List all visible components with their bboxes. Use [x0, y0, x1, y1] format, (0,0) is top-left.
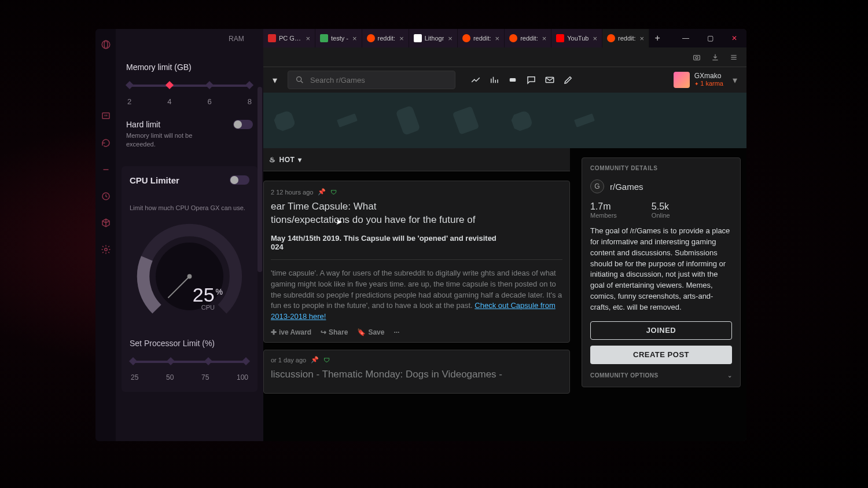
karma: 1 karma: [694, 80, 723, 87]
download-icon[interactable]: [711, 53, 720, 62]
shield-icon: 🛡: [330, 189, 337, 196]
shield-icon: 🛡: [323, 357, 330, 364]
tab-3[interactable]: Lithogr×: [409, 29, 458, 47]
cpu-gauge: 25% CPU: [133, 220, 246, 333]
user-menu[interactable]: GXmako 1 karma ▾: [674, 72, 741, 88]
post-meta: 2 12 hours ago 📌 🛡: [271, 188, 562, 196]
cpu-gauge-label: CPU: [201, 304, 215, 311]
svg-point-4: [104, 248, 107, 251]
browser-toolbar: [263, 47, 746, 67]
subreddit-dropdown[interactable]: ▾: [269, 75, 281, 86]
coins-icon[interactable]: [507, 75, 518, 85]
tab-bar: PC Gam× testy - × reddit:× Lithogr× redd…: [263, 29, 746, 47]
new-tab-button[interactable]: +: [649, 29, 665, 47]
twitch-icon[interactable]: [101, 111, 111, 122]
hard-limit-toggle[interactable]: [233, 120, 253, 129]
cpu-limiter-toggle[interactable]: [230, 175, 249, 185]
share-button[interactable]: ↪ Share: [321, 328, 348, 336]
panel-scrollbar[interactable]: [258, 87, 262, 272]
tab-close-icon[interactable]: ×: [639, 34, 646, 43]
tab-close-icon[interactable]: ×: [541, 34, 548, 43]
post-title[interactable]: liscussion - Thematic Monday: Dogs in Vi…: [271, 368, 562, 381]
cube-icon[interactable]: [101, 218, 111, 228]
svg-point-11: [696, 56, 698, 58]
cpu-limiter-title: CPU Limiter: [130, 175, 179, 185]
search-box[interactable]: [288, 71, 455, 89]
tab-6[interactable]: YouTub×: [551, 29, 602, 47]
tab-close-icon[interactable]: ×: [494, 34, 501, 43]
tab-2[interactable]: reddit:×: [362, 29, 409, 47]
mail-icon[interactable]: [545, 75, 555, 85]
post-meta: or 1 day ago 📌 🛡: [271, 356, 562, 364]
memory-slider[interactable]: [130, 85, 249, 87]
all-icon[interactable]: [489, 75, 499, 85]
sort-bar[interactable]: ♨ HOT ▾: [263, 148, 570, 171]
tab-7[interactable]: reddit:×: [602, 29, 649, 47]
post-title[interactable]: ear Time Capsule: What tions/expectation…: [271, 200, 562, 227]
community-options[interactable]: COMMUNITY OPTIONS ⌄: [590, 372, 732, 379]
pin-icon: 📌: [318, 188, 326, 196]
create-icon[interactable]: [563, 75, 573, 85]
opera-logo-icon[interactable]: [101, 39, 111, 50]
memory-slider-labels: 2 4 6 8: [127, 97, 252, 106]
tab-5[interactable]: reddit:×: [505, 29, 551, 47]
svg-rect-13: [510, 78, 516, 82]
username: GXmako: [694, 72, 723, 80]
award-button[interactable]: ✚ ive Award: [271, 328, 311, 336]
post-card[interactable]: 2 12 hours ago 📌 🛡 ear Time Capsule: Wha…: [263, 181, 570, 343]
gx-control-panel: RAM Memory limit (GB) 2 4 6 8 Hard limit…: [116, 29, 263, 441]
online-count: 5.5k: [652, 201, 670, 212]
tab-close-icon[interactable]: ×: [447, 34, 454, 43]
chevron-down-icon: ⌄: [727, 372, 733, 379]
chat-icon[interactable]: [526, 75, 536, 85]
window-maximize[interactable]: ▢: [698, 29, 722, 47]
save-button[interactable]: 🔖 Save: [357, 328, 384, 336]
processor-slider[interactable]: [133, 361, 246, 363]
window-close[interactable]: ✕: [722, 29, 746, 47]
hot-icon: ♨: [269, 156, 276, 164]
snapshot-icon[interactable]: [692, 53, 701, 62]
clock-icon[interactable]: [101, 191, 111, 201]
popular-icon[interactable]: [470, 75, 481, 85]
svg-point-1: [104, 41, 108, 49]
search-icon: [295, 75, 304, 85]
post-card[interactable]: or 1 day ago 📌 🛡 liscussion - Thematic M…: [263, 350, 570, 394]
tab-close-icon[interactable]: ×: [351, 34, 358, 43]
refresh-icon[interactable]: [101, 138, 111, 148]
joined-button[interactable]: JOINED: [590, 321, 732, 340]
tab-4[interactable]: reddit:×: [458, 29, 505, 47]
hard-limit-desc: Memory limit will not be exceeded.: [126, 131, 213, 149]
hard-limit-title: Hard limit: [126, 120, 213, 129]
svg-rect-16: [395, 105, 421, 136]
online-label: Online: [652, 212, 670, 219]
svg-rect-10: [694, 55, 700, 60]
chevron-down-icon: ▾: [733, 75, 737, 86]
svg-rect-15: [337, 113, 358, 127]
post-body: 'time capsule'. A way for users of the s…: [271, 259, 562, 322]
svg-point-12: [297, 77, 301, 82]
menu-icon[interactable]: [729, 53, 738, 62]
tab-1[interactable]: testy - ×: [315, 29, 362, 47]
members-count: 1.7m: [590, 201, 617, 212]
create-post-button[interactable]: CREATE POST: [590, 346, 732, 364]
tab-close-icon[interactable]: ×: [591, 34, 598, 43]
window-minimize[interactable]: —: [674, 29, 698, 47]
more-button[interactable]: ···: [393, 328, 399, 336]
community-details-header: COMMUNITY DETAILS: [590, 165, 732, 171]
search-input[interactable]: [310, 76, 448, 85]
gear-icon[interactable]: [101, 244, 111, 255]
svg-point-9: [187, 274, 192, 279]
community-widget: COMMUNITY DETAILS G r/Games 1.7m Members…: [582, 157, 741, 387]
subreddit-banner: [263, 93, 746, 148]
minus-icon[interactable]: [101, 164, 111, 175]
cpu-limiter-section: CPU Limiter Limit how much CPU Opera GX …: [122, 166, 258, 392]
tab-close-icon[interactable]: ×: [398, 34, 405, 43]
tab-0[interactable]: PC Gam×: [263, 29, 315, 47]
svg-point-0: [102, 41, 110, 49]
svg-rect-18: [574, 113, 595, 127]
tab-close-icon[interactable]: ×: [304, 34, 311, 43]
browser-window: RAM Memory limit (GB) 2 4 6 8 Hard limit…: [95, 29, 746, 441]
subreddit-name[interactable]: r/Games: [610, 182, 643, 192]
memory-limit-section: Memory limit (GB) 2 4 6 8 Hard limit Mem…: [126, 63, 253, 149]
subreddit-description: The goal of /r/Games is to provide a pla…: [590, 226, 732, 313]
